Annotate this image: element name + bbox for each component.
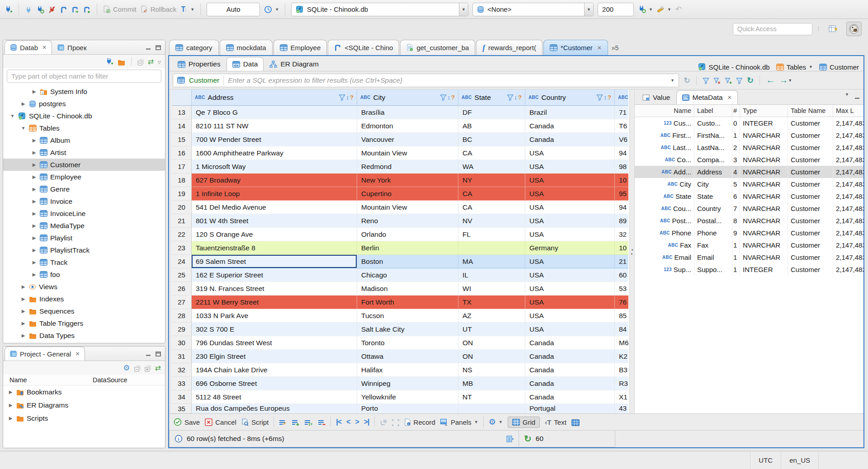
grid-cell[interactable]: USA (525, 228, 615, 241)
new-sql-editor-button[interactable] (60, 5, 67, 13)
schema-combo-arrow[interactable]: ▼ (584, 3, 593, 16)
grid-cell[interactable]: USA (525, 187, 615, 201)
previous-row-button[interactable]: < (346, 418, 350, 426)
grid-corner[interactable] (172, 89, 192, 106)
grid-cell[interactable]: Madison (357, 282, 458, 295)
metadata-row[interactable]: ABCAdd...Address4NVARCHARCustomer2,147,4… (635, 166, 863, 178)
zoom-cell-button[interactable] (392, 418, 399, 426)
grid-cell[interactable]: 2211 W Berry Street (192, 295, 357, 309)
grid-cell[interactable]: AB (458, 119, 525, 133)
grid-cell[interactable]: AZ (458, 309, 525, 323)
grid-cell[interactable]: Canada (525, 390, 615, 404)
tree-item-track[interactable]: ▶Track (3, 256, 165, 268)
tree-item-artist[interactable]: ▶Artist (3, 146, 165, 159)
nav-new-connection-button[interactable] (105, 57, 113, 66)
grid-cell[interactable]: DF (458, 106, 525, 119)
flip-rows-button[interactable] (380, 418, 387, 426)
panels-button[interactable]: Panels▼ (440, 418, 478, 426)
grid-cell[interactable]: Brasília (357, 106, 458, 119)
grid-cell[interactable]: Yellowknife (357, 390, 458, 404)
grid-cell[interactable]: 230 Elgin Street (192, 350, 357, 363)
column-header-datasource[interactable]: DataSource (86, 376, 127, 384)
connection-combo[interactable]: SQLite - Chinook.db▼ (291, 3, 468, 16)
row-number[interactable]: 16 (172, 146, 192, 160)
panel-toggle-button[interactable] (506, 435, 514, 443)
tree-item-indexes[interactable]: ▶Indexes (3, 293, 165, 305)
editor-tab--customer[interactable]: *Customer✕ (543, 40, 608, 55)
tree-item-tables[interactable]: ▼Tables (3, 122, 165, 134)
tab-metadata[interactable]: MetaData✕ (676, 90, 738, 104)
grid-cell[interactable]: UT (458, 323, 525, 336)
editor-tab-category[interactable]: category (169, 40, 219, 55)
chevron-right-icon[interactable]: ▶ (20, 296, 26, 301)
tree-item-invoiceline[interactable]: ▶InvoiceLine (3, 207, 165, 220)
grid-cell[interactable]: Berlin (357, 241, 458, 255)
chevron-down-icon[interactable]: ▼ (20, 126, 26, 131)
row-number[interactable]: 26 (172, 282, 192, 295)
auto-refresh-box[interactable]: ↻60 (519, 430, 615, 447)
column-header-City[interactable]: ABCCity↕? (357, 89, 458, 106)
chevron-right-icon[interactable]: ▶ (31, 162, 37, 167)
column-filter-icon[interactable] (507, 94, 514, 101)
grid-cell[interactable]: USA (525, 146, 615, 160)
filter-remove-button[interactable] (713, 76, 721, 84)
row-number[interactable]: 28 (172, 309, 192, 323)
grid-cell[interactable]: USA (525, 201, 615, 214)
commit-button[interactable]: Commit (103, 5, 137, 13)
grid-cell[interactable]: Winnipeg (357, 377, 458, 390)
nav-back-button[interactable]: ← (766, 75, 775, 85)
grid-cell[interactable]: 53 (615, 282, 628, 295)
grid-cell[interactable]: 120 S Orange Ave (192, 228, 357, 241)
panel-splitter[interactable]: ◂▸ (629, 89, 635, 413)
project-item-er-diagrams[interactable]: ▶ER Diagrams (3, 399, 165, 412)
project-item-scripts[interactable]: ▶Scripts (3, 412, 165, 425)
chevron-right-icon[interactable]: ▶ (31, 174, 37, 179)
metadata-row[interactable]: ABCFaxFax1NVARCHARCustomer2,147,483 (635, 239, 863, 251)
chevron-right-icon[interactable]: ▶ (20, 101, 26, 106)
record-button[interactable]: iRecord (404, 418, 435, 426)
grid-cell[interactable]: TX (458, 295, 525, 309)
chevron-right-icon[interactable]: ▶ (8, 416, 14, 421)
grid-cell[interactable]: CA (458, 146, 525, 160)
editor-tab-employee[interactable]: Employee (274, 40, 327, 55)
row-number[interactable]: 21 (172, 214, 192, 228)
expand-all-button[interactable] (145, 364, 151, 371)
tree-item-sequences[interactable]: ▶Sequences (3, 305, 165, 317)
metadata-column-header[interactable]: Table Name (788, 105, 833, 117)
grid-cell[interactable]: WI (458, 282, 525, 295)
grid-cell[interactable]: 98 (615, 160, 628, 174)
editor-tab--sqlite-chino[interactable]: <SQLite - Chino (328, 40, 399, 55)
grid-cell[interactable]: Canada (525, 336, 615, 350)
filter-save-button[interactable] (725, 76, 732, 84)
chevron-right-icon[interactable]: ▶ (31, 89, 37, 94)
tree-item-customer[interactable]: ▶Customer (3, 159, 165, 171)
grid-cell[interactable]: M6 (615, 336, 628, 350)
row-number[interactable]: 24 (172, 255, 192, 268)
grid-cell[interactable]: USA (525, 295, 615, 309)
metadata-column-header[interactable]: Type (740, 105, 788, 117)
close-icon[interactable]: ✕ (42, 44, 47, 51)
grid-cell[interactable]: 95 (615, 187, 628, 201)
grid-cell[interactable]: BC (458, 133, 525, 146)
grid-cell[interactable]: 84 (615, 323, 628, 336)
tree-item-views[interactable]: ▶Views (3, 281, 165, 293)
chevron-right-icon[interactable]: ▶ (20, 309, 26, 314)
perspective-dba-button[interactable] (826, 22, 841, 36)
metadata-column-header[interactable]: Label (694, 105, 732, 117)
new-connection-button[interactable] (5, 5, 13, 14)
metadata-row[interactable]: ABCEmailEmail1NVARCHARCustomer2,147,483 (635, 251, 863, 263)
row-number[interactable]: 34 (172, 390, 192, 404)
edit-cell-button[interactable] (279, 418, 287, 426)
tree-item-foo[interactable]: ▶foo (3, 268, 165, 281)
grid-cell[interactable]: Qe 7 Bloco G (192, 106, 357, 119)
maximize-button[interactable] (156, 43, 161, 51)
grid-cell[interactable]: 76 (615, 295, 628, 309)
column-header-State[interactable]: ABCState↕? (458, 89, 525, 106)
row-number[interactable]: 19 (172, 187, 192, 201)
grid-cell[interactable] (458, 404, 525, 413)
chevron-right-icon[interactable]: ▶ (31, 235, 37, 240)
chevron-right-icon[interactable]: ▶ (31, 150, 37, 155)
chevron-right-icon[interactable]: ▶ (31, 248, 37, 253)
grid-cell[interactable]: 43 (615, 404, 628, 413)
editor-tab-mockdata[interactable]: mockdata (220, 40, 273, 55)
